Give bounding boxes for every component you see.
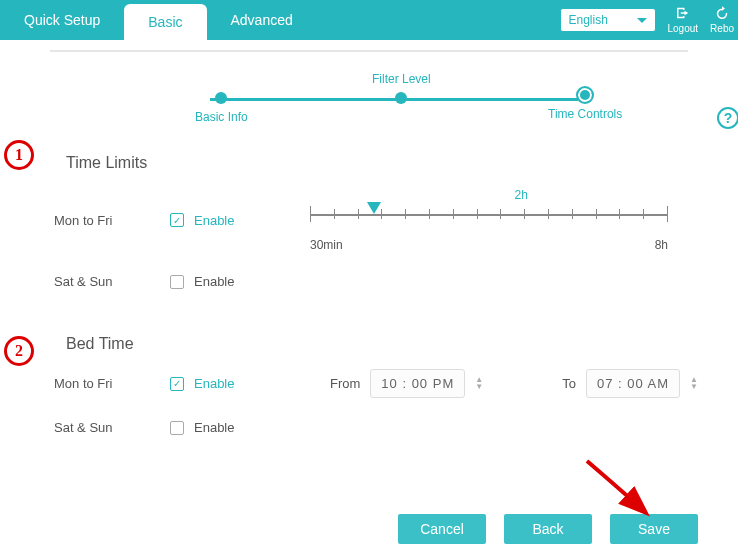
enable-text: Enable bbox=[194, 213, 234, 228]
checkbox-checked-icon: ✓ bbox=[170, 377, 184, 391]
time-spinner[interactable]: ▲▼ bbox=[690, 377, 698, 390]
cancel-button[interactable]: Cancel bbox=[398, 514, 486, 544]
step-label: Basic Info bbox=[195, 110, 248, 124]
top-bar: Quick Setup Basic Advanced English Logou… bbox=[0, 0, 738, 40]
page: ? Basic Info Filter Level Time Controls … bbox=[0, 40, 738, 435]
chevron-down-icon: ▼ bbox=[475, 384, 483, 390]
annotation-circle-1: 1 bbox=[4, 140, 34, 170]
time-limits-weekday-row: Mon to Fri ✓ Enable 2h 30min 8h bbox=[40, 188, 698, 252]
step-label: Time Controls bbox=[548, 107, 622, 121]
bedtime-to-input[interactable]: 07 : 00 AM bbox=[586, 369, 680, 398]
enable-text: Enable bbox=[194, 376, 234, 391]
chevron-down-icon bbox=[637, 13, 647, 27]
slider-min-label: 30min bbox=[310, 238, 343, 252]
row-label: Sat & Sun bbox=[40, 420, 170, 435]
enable-text: Enable bbox=[194, 274, 234, 289]
svg-text:?: ? bbox=[724, 110, 733, 126]
time-limits-weekend-row: Sat & Sun Enable bbox=[40, 274, 698, 289]
language-label: English bbox=[569, 13, 608, 27]
row-label: Mon to Fri bbox=[40, 213, 170, 228]
reboot-button[interactable]: Rebo bbox=[710, 6, 734, 34]
language-select[interactable]: English bbox=[560, 8, 656, 32]
slider-value-label: 2h bbox=[374, 188, 668, 202]
help-icon[interactable]: ? bbox=[714, 106, 738, 130]
progress-stepper: Basic Info Filter Level Time Controls bbox=[40, 76, 698, 136]
to-label: To bbox=[562, 376, 576, 391]
step-label: Filter Level bbox=[372, 72, 431, 86]
annotation-arrow bbox=[572, 456, 672, 526]
weekday-enable-checkbox[interactable]: ✓ Enable bbox=[170, 213, 310, 228]
bedtime-weekday-enable-checkbox[interactable]: ✓ Enable bbox=[170, 376, 310, 391]
tab-quick-setup[interactable]: Quick Setup bbox=[0, 0, 124, 40]
checkbox-checked-icon: ✓ bbox=[170, 213, 184, 227]
checkbox-unchecked-icon bbox=[170, 275, 184, 289]
tab-advanced[interactable]: Advanced bbox=[207, 0, 317, 40]
divider bbox=[50, 50, 688, 52]
reboot-icon bbox=[713, 6, 731, 22]
step-basic-info[interactable]: Basic Info bbox=[195, 92, 248, 124]
logout-button[interactable]: Logout bbox=[668, 6, 699, 34]
chevron-down-icon: ▼ bbox=[690, 384, 698, 390]
logout-icon bbox=[674, 6, 692, 22]
slider-max-label: 8h bbox=[655, 238, 668, 252]
time-spinner[interactable]: ▲▼ bbox=[475, 377, 483, 390]
enable-text: Enable bbox=[194, 420, 234, 435]
bedtime-from-input[interactable]: 10 : 00 PM bbox=[370, 369, 465, 398]
slider-ticks bbox=[310, 209, 668, 225]
bedtime-weekend-enable-checkbox[interactable]: Enable bbox=[170, 420, 310, 435]
time-limits-heading: Time Limits bbox=[40, 154, 698, 172]
row-label: Sat & Sun bbox=[40, 274, 170, 289]
checkbox-unchecked-icon bbox=[170, 421, 184, 435]
tab-basic[interactable]: Basic bbox=[124, 4, 206, 40]
step-time-controls[interactable]: Time Controls bbox=[548, 89, 622, 121]
bed-time-weekday-row: Mon to Fri ✓ Enable From 10 : 00 PM ▲▼ T… bbox=[40, 369, 698, 398]
from-label: From bbox=[330, 376, 360, 391]
bed-time-weekend-row: Sat & Sun Enable bbox=[40, 420, 698, 435]
bed-time-heading: Bed Time bbox=[40, 335, 698, 353]
step-dot-selected-icon bbox=[576, 86, 594, 104]
step-filter-level[interactable]: Filter Level bbox=[372, 72, 431, 104]
annotation-circle-2: 2 bbox=[4, 336, 34, 366]
row-label: Mon to Fri bbox=[40, 376, 170, 391]
step-dot-icon bbox=[215, 92, 227, 104]
weekend-enable-checkbox[interactable]: Enable bbox=[170, 274, 310, 289]
logout-label: Logout bbox=[668, 23, 699, 34]
step-dot-icon bbox=[395, 92, 407, 104]
time-limit-slider[interactable]: 2h 30min 8h bbox=[310, 188, 698, 252]
slider-handle-icon[interactable] bbox=[367, 202, 381, 214]
reboot-label: Rebo bbox=[710, 23, 734, 34]
